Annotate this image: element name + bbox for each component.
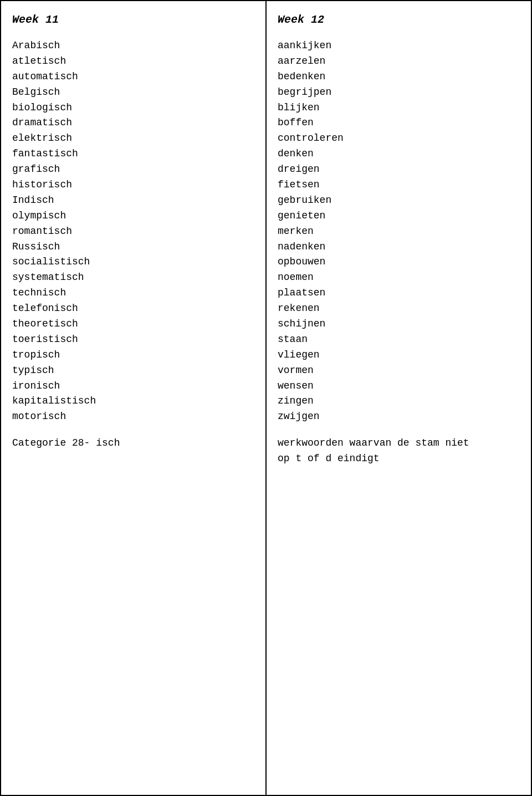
list-item: telefonisch (12, 301, 254, 317)
column-week12: Week 12aankijkenaarzelenbedenkenbegrijpe… (267, 1, 531, 795)
list-item: controleren (278, 131, 520, 146)
list-item: aankijken (278, 38, 520, 54)
list-item: wensen (278, 379, 520, 394)
list-item: merken (278, 224, 520, 239)
list-item: bedenken (278, 69, 520, 85)
list-item: vliegen (278, 348, 520, 363)
list-item: Russisch (12, 239, 254, 255)
list-item: aarzelen (278, 54, 520, 69)
list-item: fietsen (278, 177, 520, 193)
list-item: Arabisch (12, 38, 254, 54)
list-item: zingen (278, 394, 520, 409)
column-week11: Week 11ArabischatletischautomatischBelgi… (1, 1, 267, 795)
list-item: historisch (12, 177, 254, 193)
list-item: automatisch (12, 69, 254, 85)
list-item: socialistisch (12, 254, 254, 270)
list-item: ironisch (12, 379, 254, 394)
list-item: fantastisch (12, 146, 254, 162)
list-item: genieten (278, 208, 520, 224)
list-item: romantisch (12, 224, 254, 239)
list-item: gebruiken (278, 193, 520, 208)
list-item: technisch (12, 285, 254, 301)
list-item: olympisch (12, 208, 254, 224)
list-item: theoretisch (12, 317, 254, 332)
list-item: Belgisch (12, 85, 254, 100)
page: Week 11ArabischatletischautomatischBelgi… (0, 0, 532, 796)
list-item: vormen (278, 363, 520, 379)
list-item: dreigen (278, 162, 520, 177)
list-item: zwijgen (278, 409, 520, 425)
list-item: nadenken (278, 239, 520, 255)
list-item: boffen (278, 115, 520, 131)
list-item: atletisch (12, 54, 254, 69)
list-item: schijnen (278, 317, 520, 332)
week12-word-list: aankijkenaarzelenbedenkenbegrijpenblijke… (278, 38, 520, 425)
week11-word-list: ArabischatletischautomatischBelgischbiol… (12, 38, 254, 425)
list-item: elektrisch (12, 131, 254, 146)
list-item: dramatisch (12, 115, 254, 131)
list-item: rekenen (278, 301, 520, 317)
list-item: biologisch (12, 100, 254, 116)
list-item: staan (278, 332, 520, 348)
list-item: blijken (278, 100, 520, 116)
list-item: denken (278, 146, 520, 162)
week12-title: Week 12 (278, 11, 520, 28)
week11-title: Week 11 (12, 11, 254, 28)
list-item: typisch (12, 363, 254, 379)
list-item: noemen (278, 270, 520, 285)
list-item: begrijpen (278, 85, 520, 100)
list-item: motorisch (12, 409, 254, 425)
week12-category-note: werkwoorden waarvan de stam niet op t of… (278, 436, 520, 467)
list-item: kapitalistisch (12, 394, 254, 409)
list-item: tropisch (12, 348, 254, 363)
list-item: grafisch (12, 162, 254, 177)
list-item: opbouwen (278, 254, 520, 270)
list-item: plaatsen (278, 285, 520, 301)
list-item: systematisch (12, 270, 254, 285)
week11-category-note: Categorie 28- isch (12, 436, 254, 451)
list-item: Indisch (12, 193, 254, 208)
list-item: toeristisch (12, 332, 254, 348)
